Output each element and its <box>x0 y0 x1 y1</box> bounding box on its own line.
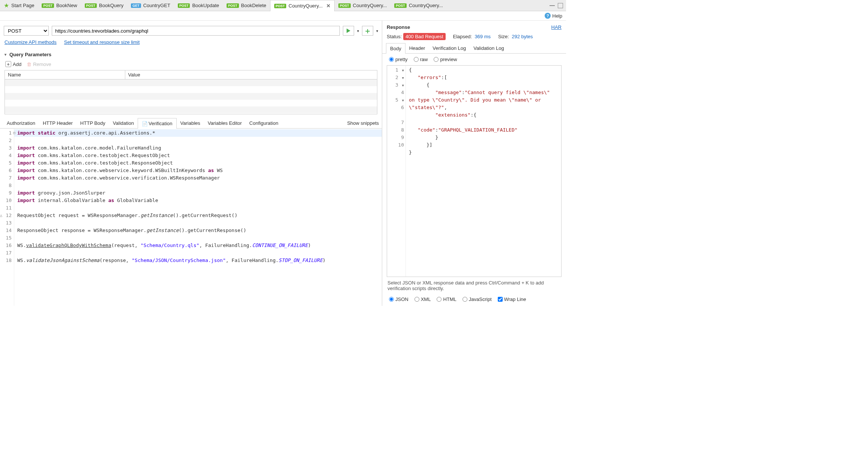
table-row <box>5 86 377 93</box>
method-badge: POST <box>227 3 239 8</box>
method-badge: POST <box>178 3 190 8</box>
response-header: Response HAR <box>382 21 566 34</box>
js-radio[interactable]: JavaScript <box>463 296 492 302</box>
bottom-format-row: JSON XML HTML JavaScript Wrap Line <box>382 294 566 306</box>
col-name: Name <box>5 70 125 79</box>
tab-verification[interactable]: 📄Verification <box>138 118 177 129</box>
tab-label: CountryGET <box>143 3 170 8</box>
add-button[interactable]: ＋ <box>362 26 373 36</box>
tab-booknew[interactable]: POSTBookNew <box>38 0 81 11</box>
response-hint: Select JSON or XML response data and pre… <box>382 277 566 294</box>
option-links: Customize API methods Set timeout and re… <box>0 39 382 49</box>
preview-radio[interactable]: preview <box>434 57 457 62</box>
tab-label: Start Page <box>11 3 34 8</box>
table-row <box>5 100 377 106</box>
help-icon: ? <box>545 13 551 19</box>
method-badge: POST <box>394 3 407 8</box>
method-badge: POST <box>338 3 351 8</box>
size-value: 292 bytes <box>512 34 533 39</box>
raw-radio[interactable]: raw <box>414 57 428 62</box>
help-button[interactable]: ? Help <box>545 13 562 19</box>
tab-label: CountryQuery... <box>353 3 387 8</box>
tab-http-body[interactable]: HTTP Body <box>77 118 109 128</box>
tab-start-page[interactable]: ★Start Page <box>0 0 38 11</box>
tab-validation[interactable]: Validation <box>109 118 138 128</box>
tab-label: CountryQuery... <box>409 3 443 8</box>
show-snippets-link[interactable]: Show snippets <box>347 120 379 126</box>
tab-bookupdate[interactable]: POSTBookUpdate <box>174 0 223 11</box>
elapsed-value: 369 ms <box>475 34 491 39</box>
play-icon <box>347 28 350 33</box>
resp-tab-header[interactable]: Header <box>405 43 429 53</box>
tab-label: BookDelete <box>241 3 266 8</box>
resp-tab-verification-log[interactable]: Verification Log <box>429 43 470 53</box>
tab-configuration[interactable]: Configuration <box>246 118 282 128</box>
tab-label: BookUpdate <box>192 3 219 8</box>
request-subtabs: AuthorizationHTTP HeaderHTTP BodyValidat… <box>0 118 382 129</box>
help-label: Help <box>552 13 562 19</box>
resp-tab-validation-log[interactable]: Validation Log <box>470 43 508 53</box>
help-bar: ? Help <box>0 11 566 21</box>
section-title: Query Parameters <box>9 52 51 57</box>
timeout-link[interactable]: Set timeout and response size limit <box>64 39 140 45</box>
method-badge: POST <box>274 4 287 8</box>
minimize-icon[interactable] <box>550 3 555 6</box>
format-row: pretty raw preview <box>382 54 566 65</box>
tab-label: BookNew <box>56 3 77 8</box>
table-row <box>5 93 377 100</box>
query-params-table[interactable]: Name Value <box>5 70 377 114</box>
star-icon: ★ <box>4 2 9 9</box>
col-value: Value <box>125 70 377 79</box>
method-badge: POST <box>85 3 97 8</box>
request-row: POST ▾ ＋ ▾ <box>0 21 382 39</box>
tab-countryget[interactable]: GETCountryGET <box>127 0 174 11</box>
tab-http-header[interactable]: HTTP Header <box>39 118 77 128</box>
maximize-icon[interactable] <box>558 3 563 8</box>
method-badge: GET <box>131 3 141 8</box>
pretty-radio[interactable]: pretty <box>389 57 408 62</box>
remove-param-button: 🗑 Remove <box>27 61 51 67</box>
tab-label: CountryQuery... <box>288 3 323 9</box>
json-radio[interactable]: JSON <box>389 296 408 302</box>
tab-authorization[interactable]: Authorization <box>3 118 39 128</box>
query-params-header: ▾ Query Parameters <box>0 49 382 60</box>
table-row <box>5 79 377 86</box>
script-icon: 📄 <box>142 121 147 126</box>
tab-label: BookQuery <box>99 3 123 8</box>
plus-icon: + <box>5 61 11 67</box>
method-badge: POST <box>42 3 54 8</box>
status-row: Status: 400 Bad Request Elapsed: 369 ms … <box>382 34 566 43</box>
window-controls <box>550 3 566 8</box>
add-dropdown[interactable]: ▾ <box>376 29 378 33</box>
code-editor[interactable]: 1⊟234567891011△12131415161718 import sta… <box>0 129 382 306</box>
response-tabs: BodyHeaderVerification LogValidation Log <box>382 43 566 54</box>
har-link[interactable]: HAR <box>551 24 562 30</box>
collapse-icon[interactable]: ▾ <box>5 52 6 57</box>
url-input[interactable] <box>52 26 340 36</box>
wrap-checkbox[interactable]: Wrap Line <box>498 296 526 302</box>
tab-variables[interactable]: Variables <box>177 118 204 128</box>
tab-countryquery-[interactable]: POSTCountryQuery...✕ <box>270 0 335 11</box>
close-icon[interactable]: ✕ <box>326 3 330 9</box>
editor-tabs: ★Start PagePOSTBookNewPOSTBookQueryGETCo… <box>0 0 566 11</box>
tab-bookdelete[interactable]: POSTBookDelete <box>223 0 270 11</box>
table-row <box>5 106 377 113</box>
tab-variables-editor[interactable]: Variables Editor <box>204 118 246 128</box>
response-body[interactable]: 1 ▼2 ▼3 ▼45 ▼678910 { "errors":[ { "mess… <box>387 65 562 277</box>
html-radio[interactable]: HTML <box>437 296 456 302</box>
method-select[interactable]: POST <box>4 26 49 36</box>
send-button[interactable] <box>343 26 354 36</box>
customize-methods-link[interactable]: Customize API methods <box>5 39 57 45</box>
xml-radio[interactable]: XML <box>414 296 431 302</box>
response-title: Response <box>387 24 410 30</box>
tab-countryquery-[interactable]: POSTCountryQuery... <box>335 0 390 11</box>
trash-icon: 🗑 <box>27 61 32 67</box>
tab-countryquery-[interactable]: POSTCountryQuery... <box>390 0 446 11</box>
status-badge: 400 Bad Request <box>403 33 445 40</box>
resp-tab-body[interactable]: Body <box>386 43 405 54</box>
tab-bookquery[interactable]: POSTBookQuery <box>81 0 128 11</box>
send-dropdown[interactable]: ▾ <box>357 29 359 33</box>
add-param-button[interactable]: + Add <box>5 61 21 67</box>
